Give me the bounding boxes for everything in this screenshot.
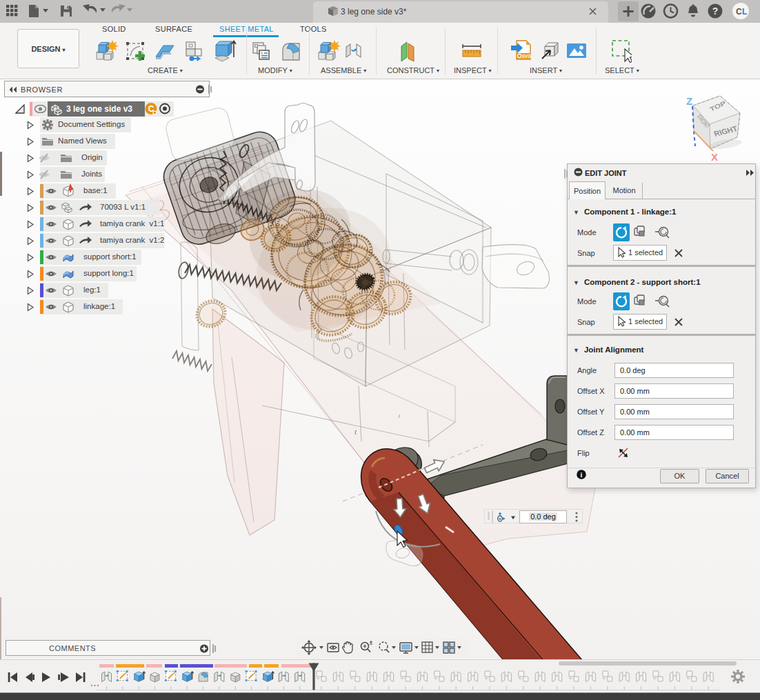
svg-text:Z: Z xyxy=(686,95,692,107)
svg-text:X: X xyxy=(711,151,718,163)
svg-text:C: C xyxy=(736,7,742,17)
svg-text:L: L xyxy=(742,7,747,17)
svg-text:?: ? xyxy=(712,6,719,17)
svg-text:i: i xyxy=(581,471,583,479)
